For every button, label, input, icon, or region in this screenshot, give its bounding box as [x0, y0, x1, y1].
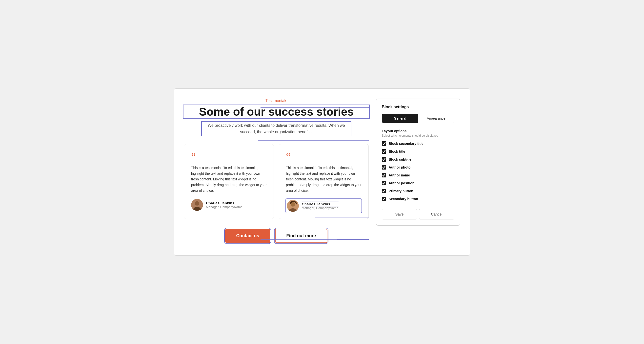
tab-appearance[interactable]: Appearance	[418, 114, 454, 123]
checkbox-block-subtitle[interactable]	[382, 157, 386, 162]
checkbox-item-block-secondary-title: Block secondary title	[382, 141, 454, 146]
cancel-button[interactable]: Cancel	[419, 209, 454, 219]
author-position-2: Manager, CompanyName	[302, 206, 338, 210]
quote-icon-2: “	[286, 151, 362, 162]
checkbox-item-author-photo: Author photo	[382, 165, 454, 170]
svg-point-12	[195, 201, 199, 206]
panel-actions: Save Cancel	[382, 205, 454, 219]
layout-options-heading: Layout options	[382, 129, 454, 133]
author-row-1: Charles Jenkins Manager, CompanyName	[191, 199, 267, 211]
label-block-secondary-title: Block secondary title	[389, 142, 424, 146]
checkbox-block-title[interactable]	[382, 149, 386, 154]
checkbox-author-photo[interactable]	[382, 165, 386, 170]
quote-icon-1: “	[191, 151, 267, 162]
label-block-subtitle: Block subtitle	[389, 157, 412, 161]
content-area: Testimonials Some of our success stories…	[184, 99, 369, 243]
header-section: Testimonials Some of our success stories…	[184, 99, 369, 135]
author-row-2: Charles Jenkins Manager, CompanyName	[286, 199, 362, 213]
secondary-title: Testimonials	[266, 99, 287, 103]
panel-title: Block settings	[382, 105, 454, 109]
contact-us-button[interactable]: Contact us	[225, 229, 270, 243]
checkbox-item-primary-button: Primary button	[382, 189, 454, 193]
checkbox-item-author-position: Author position	[382, 181, 454, 185]
checkbox-secondary-button[interactable]	[382, 197, 386, 201]
author-info-2: Charles Jenkins Manager, CompanyName	[302, 202, 338, 210]
tab-general[interactable]: General	[382, 114, 418, 123]
buttons-row: Contact us Find out more	[184, 229, 369, 243]
checkbox-item-block-subtitle: Block subtitle	[382, 157, 454, 162]
author-avatar-1	[191, 199, 203, 211]
find-out-more-button[interactable]: Find out more	[275, 229, 328, 243]
author-name-1: Charles Jenkins	[206, 201, 242, 205]
checkbox-item-block-title: Block title	[382, 149, 454, 154]
label-author-photo: Author photo	[389, 165, 411, 169]
main-wrapper: Testimonials Some of our success stories…	[174, 89, 470, 255]
testimonial-text-1: This is a testimonial. To edit this test…	[191, 165, 267, 193]
checkbox-list: Block secondary title Block title Block …	[382, 141, 454, 201]
layout-options-description: Select which elements should be displaye…	[382, 134, 454, 137]
author-position-1: Manager, CompanyName	[206, 205, 242, 209]
checkbox-item-secondary-button: Secondary button	[382, 197, 454, 201]
author-info-1: Charles Jenkins Manager, CompanyName	[206, 201, 242, 209]
label-author-position: Author position	[389, 181, 414, 185]
buttons-area: Contact us Find out more	[184, 229, 369, 243]
checkbox-author-name[interactable]	[382, 173, 386, 177]
checkbox-item-author-name: Author name	[382, 173, 454, 177]
label-block-title: Block title	[389, 150, 405, 153]
author-name-2: Charles Jenkins	[302, 202, 338, 206]
author-avatar-2	[287, 200, 299, 212]
tab-bar: General Appearance	[382, 114, 454, 123]
save-button[interactable]: Save	[382, 209, 417, 219]
settings-panel: Block settings General Appearance Layout…	[376, 99, 460, 226]
checkbox-author-position[interactable]	[382, 181, 386, 185]
testimonial-card-1: “ This is a testimonial. To edit this te…	[184, 144, 274, 219]
block-title: Some of our success stories	[184, 106, 369, 118]
testimonial-card-2: “ This is a testimonial. To edit this te…	[279, 144, 369, 219]
label-secondary-button: Secondary button	[389, 197, 418, 201]
checkbox-block-secondary-title[interactable]	[382, 141, 386, 146]
block-subtitle: We proactively work with our clients to …	[202, 122, 350, 135]
testimonials-grid: “ This is a testimonial. To edit this te…	[184, 144, 369, 219]
testimonial-text-2: This is a testimonial. To edit this test…	[286, 165, 362, 193]
checkbox-primary-button[interactable]	[382, 189, 386, 193]
svg-point-15	[291, 202, 295, 207]
label-primary-button: Primary button	[389, 189, 413, 193]
label-author-name: Author name	[389, 173, 410, 177]
